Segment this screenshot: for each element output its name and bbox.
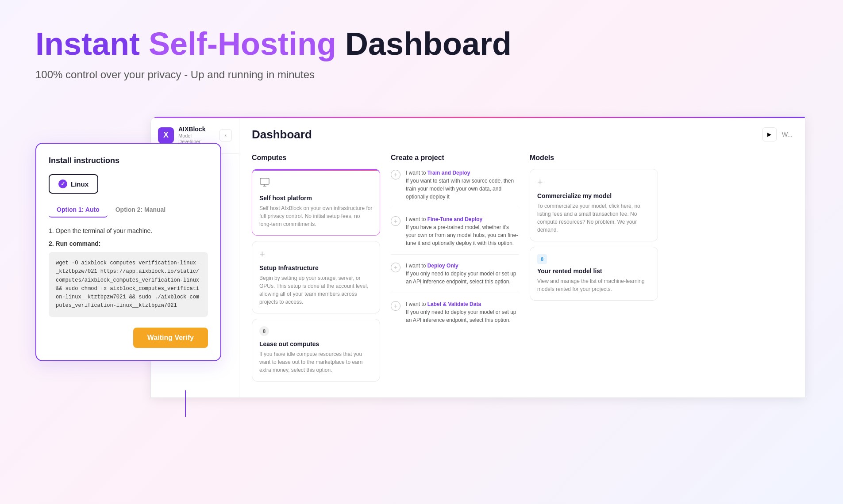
rented-badge: 8 — [537, 254, 547, 264]
computes-column: Computes Self host platform Self host AI… — [252, 154, 380, 387]
train-deploy-desc: If you want to start with raw source cod… — [406, 178, 514, 200]
lease-badge: 8 — [259, 326, 269, 336]
logo-text: AIXBlock Model Developer — [178, 126, 215, 145]
tab-option1[interactable]: Option 1: Auto — [49, 202, 108, 218]
plus-icon-label[interactable]: + — [391, 301, 400, 311]
dashboard-header: Dashboard ▶ W... — [252, 127, 793, 141]
setup-infra-card[interactable]: + Setup Infrastructure Begin by setting … — [252, 241, 380, 313]
deploy-desc: If you only need to deploy your model or… — [406, 271, 516, 285]
project-text-finetune: I want to Fine-Tune and Deploy If you ha… — [406, 215, 519, 247]
commercialize-title: Commercialize my model — [537, 192, 651, 199]
rented-title: Your rented model list — [537, 267, 651, 275]
deploy-link[interactable]: Deploy Only — [427, 263, 458, 269]
plus-icon-deploy[interactable]: + — [391, 263, 400, 272]
train-deploy-link[interactable]: Train and Deploy — [427, 170, 470, 176]
code-block[interactable]: wget -O aixblock_computes_verification-l… — [49, 252, 208, 317]
setup-infra-desc: Begin by setting up your storage, server… — [259, 274, 373, 306]
app-name: AIXBlock — [178, 126, 215, 133]
finetune-desc: If you have a pre-trained model, whether… — [406, 224, 518, 246]
install-panel: Install instructions ✓ Linux Option 1: A… — [35, 143, 221, 361]
finetune-link[interactable]: Fine-Tune and Deploy — [427, 216, 482, 222]
lease-computes-card[interactable]: 8 Lease out computes If you have idle co… — [252, 319, 380, 382]
columns: Computes Self host platform Self host AI… — [252, 154, 793, 387]
computes-title: Computes — [252, 154, 380, 162]
models-column: Models + Commercialize my model To comme… — [530, 154, 658, 387]
header-actions: ▶ W... — [762, 127, 793, 141]
main-area: X AIXBlock Model Developer ‹ Dashboard P… — [0, 116, 843, 426]
linux-label: Linux — [71, 180, 89, 188]
self-host-desc: Self host AIxBlock on your own infrastru… — [259, 204, 373, 228]
project-text-deploy: I want to Deploy Only If you only need t… — [406, 262, 519, 286]
project-item-deploy: + I want to Deploy Only If you only need… — [391, 262, 519, 293]
dashboard-window: X AIXBlock Model Developer ‹ Dashboard P… — [150, 116, 805, 398]
dashboard-content: Dashboard ▶ W... Computes Sel — [239, 117, 805, 397]
hero-title-instant: Instant — [35, 26, 140, 61]
label-link[interactable]: Label & Validate Data — [427, 301, 481, 307]
check-icon: ✓ — [58, 179, 67, 188]
project-text-train: I want to Train and Deploy If you want t… — [406, 169, 519, 201]
label-desc: If you only need to deploy your model or… — [406, 309, 516, 323]
hero-subtitle: 100% control over your privacy - Up and … — [35, 69, 808, 81]
commercialize-plus-icon: + — [537, 176, 651, 188]
commercialize-desc: To commercialize your model, click here,… — [537, 202, 651, 234]
plus-icon-train[interactable]: + — [391, 170, 400, 179]
linux-button[interactable]: ✓ Linux — [49, 174, 98, 194]
project-item-finetune: + I want to Fine-Tune and Deploy If you … — [391, 215, 519, 255]
create-project-title: Create a project — [391, 154, 519, 162]
self-host-card[interactable]: Self host platform Self host AIxBlock on… — [252, 169, 380, 236]
waiting-verify-button[interactable]: Waiting Verify — [133, 328, 208, 348]
sidebar-collapse-button[interactable]: ‹ — [219, 129, 232, 141]
step2-text: 2. Run command: — [49, 239, 208, 248]
create-project-column: Create a project + I want to Train and D… — [391, 154, 519, 387]
lease-desc: If you have idle compute resources that … — [259, 350, 373, 374]
logo-box: X — [158, 127, 174, 143]
play-button[interactable]: ▶ — [762, 127, 777, 141]
hero-title-self-hosting: Self-Hosting — [149, 26, 336, 61]
option-tabs: Option 1: Auto Option 2: Manual — [49, 202, 208, 218]
models-title: Models — [530, 154, 658, 162]
project-text-label: I want to Label & Validate Data If you o… — [406, 300, 519, 324]
header-label: W... — [782, 131, 793, 138]
tab-option2[interactable]: Option 2: Manual — [108, 202, 174, 218]
rented-model-card[interactable]: 8 Your rented model list View and manage… — [530, 247, 658, 301]
hero-title-dashboard: Dashboard — [345, 26, 512, 61]
lease-title: Lease out computes — [259, 340, 373, 347]
connector-line — [185, 390, 186, 417]
rented-desc: View and manage the list of machine-lear… — [537, 277, 651, 293]
svg-rect-0 — [260, 178, 269, 184]
self-host-title: Self host platform — [259, 195, 373, 202]
install-panel-title: Install instructions — [49, 156, 208, 165]
plus-icon-finetune[interactable]: + — [391, 216, 400, 226]
step1-text: 1. Open the terminal of your machine. — [49, 226, 208, 236]
project-item-train: + I want to Train and Deploy If you want… — [391, 169, 519, 208]
computer-icon — [259, 177, 373, 190]
setup-infra-title: Setup Infrastructure — [259, 264, 373, 271]
add-icon: + — [259, 248, 373, 260]
hero-section: Instant Self-Hosting Dashboard 100% cont… — [0, 0, 843, 99]
hero-title: Instant Self-Hosting Dashboard — [35, 27, 808, 61]
commercialize-model-card[interactable]: + Commercialize my model To commercializ… — [530, 169, 658, 241]
dashboard-title: Dashboard — [252, 128, 312, 141]
project-item-label: + I want to Label & Validate Data If you… — [391, 300, 519, 331]
